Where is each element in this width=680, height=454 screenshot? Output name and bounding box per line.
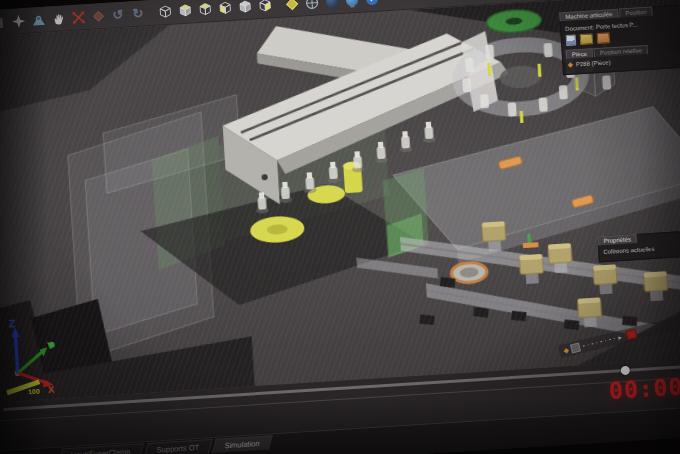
cube-wireframe-icon[interactable]	[157, 4, 173, 20]
timeline-handle[interactable]	[621, 366, 631, 376]
redo-icon[interactable]: ↻	[130, 5, 146, 21]
cube-shaded-icon[interactable]	[177, 2, 193, 18]
tab-simulation[interactable]: Simulation	[212, 435, 273, 453]
tab-piece[interactable]: Pièce	[566, 48, 594, 59]
simulation-timer: 00:00	[608, 373, 680, 404]
tab-haut-superclamp[interactable]: Haut/SuperClamp	[58, 443, 144, 454]
folder-yellow-icon[interactable]	[580, 33, 594, 45]
tab-proprietes[interactable]: Propriétés	[597, 234, 637, 245]
record-button[interactable]	[625, 329, 637, 340]
sparkle-icon[interactable]	[10, 13, 26, 29]
diamond-yellow-icon[interactable]	[284, 0, 300, 12]
keyframe-diamond-icon[interactable]: ◆	[563, 346, 570, 354]
cube-top-face-icon[interactable]	[197, 1, 213, 17]
tick-dots	[583, 338, 615, 347]
globe-icon[interactable]	[344, 0, 360, 8]
z-axis-label: Z	[8, 317, 16, 329]
cube-bottom-face-icon[interactable]	[257, 0, 273, 13]
y-axis-label: Y	[47, 340, 55, 351]
pan-hand-icon[interactable]	[50, 10, 66, 26]
cube-left-face-icon[interactable]	[217, 0, 233, 16]
tab-supports-ot[interactable]: Supports OT	[143, 439, 212, 454]
step-arrow-icon[interactable]: ▸	[617, 333, 622, 341]
3d-viewport[interactable]: Z Y X 100 ◆ ▸	[0, 0, 680, 403]
tab-position[interactable]: Position	[619, 7, 653, 18]
machine-panel: Machine articulée Position Document: Por…	[559, 2, 680, 75]
sphere-icon[interactable]	[324, 0, 340, 9]
monitor-photo: ↺ ↻ ?	[0, 0, 680, 454]
stop-button[interactable]	[570, 342, 581, 353]
folder-orange-icon[interactable]	[597, 32, 611, 44]
axis-triad: Z Y X 100	[0, 314, 66, 396]
help-icon[interactable]: ?	[364, 0, 380, 7]
paste-icon[interactable]	[0, 14, 6, 30]
measure-diamond-icon[interactable]	[90, 8, 106, 24]
undo-icon[interactable]: ↺	[110, 7, 126, 23]
document-icon[interactable]	[566, 34, 577, 46]
part-diamond-icon: ◆	[567, 61, 573, 68]
tree-item-label: P288 (Pièce)	[576, 59, 611, 67]
target-icon[interactable]	[304, 0, 320, 10]
cube-hidden-lines-icon[interactable]	[237, 0, 253, 15]
isometric-view-icon[interactable]	[30, 12, 46, 28]
zoom-arrows-icon[interactable]	[70, 9, 86, 25]
cad-application-window: ↺ ↻ ?	[0, 0, 680, 454]
dial-plate	[451, 261, 488, 283]
